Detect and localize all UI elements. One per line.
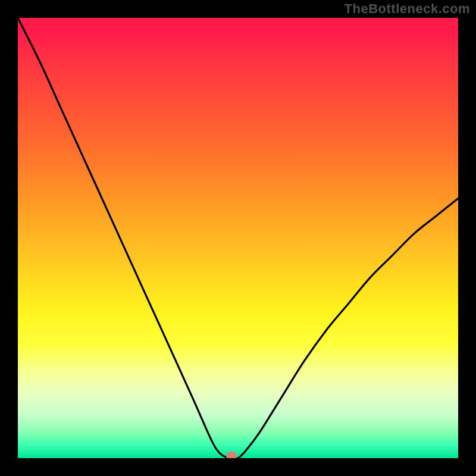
plot-area — [18, 18, 458, 458]
bottleneck-curve — [18, 18, 458, 458]
optimal-point-marker — [226, 452, 237, 458]
watermark-text: TheBottleneck.com — [345, 1, 470, 17]
curve-path — [18, 18, 458, 458]
chart-frame: TheBottleneck.com — [0, 0, 476, 476]
